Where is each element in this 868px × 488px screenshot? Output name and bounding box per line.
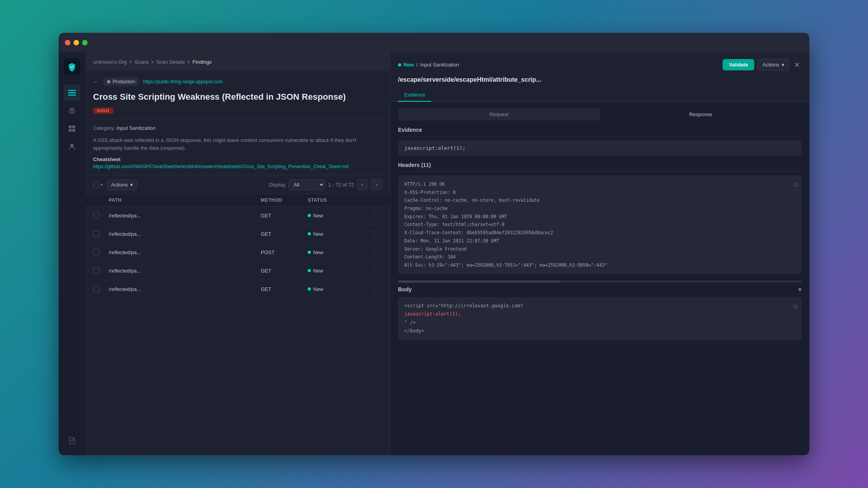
breadcrumb-scans[interactable]: Scans: [135, 59, 149, 65]
category-value: Input Sanitization: [117, 125, 156, 131]
cheatsheet-label: Cheatsheet: [93, 156, 382, 162]
table-row[interactable]: /reflected/pa... GET New ⋮: [85, 262, 390, 280]
body-expand-icon[interactable]: ▾: [798, 286, 802, 293]
cell-method: GET: [261, 268, 308, 274]
main-content: unknown's Org > Scans > Scan Details > F…: [85, 52, 809, 455]
rp-tabs: Evidence: [398, 89, 802, 102]
actions-arrow-icon: ▾: [130, 182, 133, 188]
row-menu-btn[interactable]: ⋮: [366, 211, 382, 220]
sidebar-item-layers[interactable]: [64, 102, 80, 119]
svg-rect-1: [68, 92, 76, 93]
select-all-arrow[interactable]: ▾: [101, 183, 103, 187]
row-checkbox[interactable]: [93, 231, 109, 237]
headers-code: ⧉ HTTP/1.1 200 OK X-XSS-Protection: 0 Ca…: [398, 176, 802, 274]
table-row[interactable]: /reflected/pa... POST New ⋮: [85, 243, 390, 262]
header-line: Pragma: no-cache: [404, 205, 795, 213]
actions-dropdown-btn[interactable]: Actions ▾: [107, 179, 137, 190]
status-badge: New / Input Sanitization: [398, 62, 459, 68]
cell-method: GET: [261, 286, 308, 292]
close-panel-btn[interactable]: ✕: [793, 59, 802, 71]
minimize-window-btn[interactable]: [74, 40, 79, 45]
cell-path: /reflected/pa...: [109, 286, 261, 292]
header-line: HTTP/1.1 200 OK: [404, 180, 795, 188]
actions-dropdown-btn[interactable]: Actions ▾: [757, 59, 789, 71]
copy-headers-btn[interactable]: ⧉: [793, 179, 798, 191]
cell-method: GET: [261, 213, 308, 219]
svg-rect-0: [68, 90, 76, 91]
display-control: Display All New Fixed Accepted 1 - 72 of…: [269, 179, 382, 190]
cell-method: POST: [261, 249, 308, 255]
row-menu-btn[interactable]: ⋮: [366, 266, 382, 275]
finding-path: /escape/serverside/escapeHtml/attribute_…: [398, 76, 594, 83]
prev-page-btn[interactable]: ‹: [357, 179, 368, 190]
select-all-checkbox[interactable]: [93, 181, 99, 188]
env-url[interactable]: https://public-firing-range.appspot.com: [143, 79, 222, 84]
table-row[interactable]: /reflected/pa... GET New ⋮: [85, 225, 390, 243]
tab-evidence[interactable]: Evidence: [398, 89, 431, 102]
page-info: 1 - 72 of 72: [328, 182, 354, 188]
sidebar-item-user[interactable]: [64, 138, 80, 155]
body-line: " />: [404, 319, 795, 327]
cell-status: New: [308, 231, 366, 237]
app-body: unknown's Org > Scans > Scan Details > F…: [59, 52, 809, 455]
header-line: Server: Google Frontend: [404, 245, 795, 253]
display-select[interactable]: All New Fixed Accepted: [289, 179, 325, 190]
table-row[interactable]: /reflected/pa... GET New ⋮: [85, 280, 390, 298]
row-menu-btn[interactable]: ⋮: [366, 248, 382, 257]
actions-label: Actions: [762, 62, 779, 68]
env-bar: ← Production https://public-firing-range…: [93, 77, 382, 86]
env-label: Production: [113, 79, 135, 84]
close-window-btn[interactable]: [65, 40, 70, 45]
cell-path: /reflected/pa...: [109, 231, 261, 237]
sidebar-item-docs[interactable]: [64, 432, 80, 449]
row-checkbox[interactable]: [93, 267, 109, 274]
validate-button[interactable]: Validate: [723, 59, 754, 70]
badge-category: Input Sanitization: [420, 62, 459, 68]
select-all-control[interactable]: ▾: [93, 181, 103, 188]
body-line-highlight: javascript:alert(1);: [404, 310, 795, 319]
actions-label: Actions: [111, 182, 128, 188]
row-checkbox[interactable]: [93, 212, 109, 219]
row-checkbox[interactable]: [93, 286, 109, 292]
cell-status: New: [308, 286, 366, 292]
finding-description: A XSS attack was reflected in a JSON res…: [85, 136, 390, 157]
status-dot: [308, 269, 311, 272]
body-line: </body>: [404, 327, 795, 336]
status-label: New: [313, 231, 323, 237]
env-badge: Production: [103, 77, 139, 86]
cell-method: GET: [261, 231, 308, 237]
svg-rect-5: [69, 129, 72, 132]
table-row[interactable]: /reflected/pa... GET New ⋮: [85, 206, 390, 225]
tab-response[interactable]: Response: [600, 108, 802, 120]
evidence-section: Evidence javascript:alert(1);: [398, 127, 802, 156]
headers-title: Headers (11): [398, 162, 802, 172]
row-menu-btn[interactable]: ⋮: [366, 285, 382, 293]
status-dot: [308, 287, 311, 291]
back-button[interactable]: ←: [93, 78, 99, 85]
next-page-btn[interactable]: ›: [371, 179, 382, 190]
row-checkbox[interactable]: [93, 249, 109, 255]
app-logo: [64, 59, 80, 75]
cell-status: New: [308, 213, 366, 219]
breadcrumb-scan-details[interactable]: Scan Details: [156, 59, 185, 65]
status-label: New: [313, 213, 323, 219]
evidence-code: javascript:alert(1);: [398, 140, 802, 156]
category-label: Category:: [93, 125, 115, 131]
sidebar-item-menu[interactable]: [64, 84, 80, 101]
row-menu-btn[interactable]: ⋮: [366, 230, 382, 238]
cell-path: /reflected/pa...: [109, 249, 261, 255]
tab-request[interactable]: Request: [398, 108, 600, 120]
status-label: New: [313, 249, 323, 255]
cheatsheet-link[interactable]: https://github.com/OWASP/CheatSheetSerie…: [93, 164, 382, 169]
findings-table: Path Method Status /reflected/pa... GET: [85, 194, 390, 455]
cell-path: /reflected/pa...: [109, 268, 261, 274]
body-section: Body ▾ ⧉ <script src="http://irrelevant.…: [398, 286, 802, 340]
svg-rect-3: [69, 126, 72, 128]
maximize-window-btn[interactable]: [82, 40, 88, 45]
copy-body-btn[interactable]: ⧉: [793, 301, 798, 312]
status-label: New: [313, 286, 323, 292]
headers-scrollbar[interactable]: [398, 280, 802, 283]
sidebar-item-grid[interactable]: [64, 120, 80, 137]
col-actions: [366, 197, 382, 203]
breadcrumb-findings[interactable]: Findings: [192, 59, 212, 65]
